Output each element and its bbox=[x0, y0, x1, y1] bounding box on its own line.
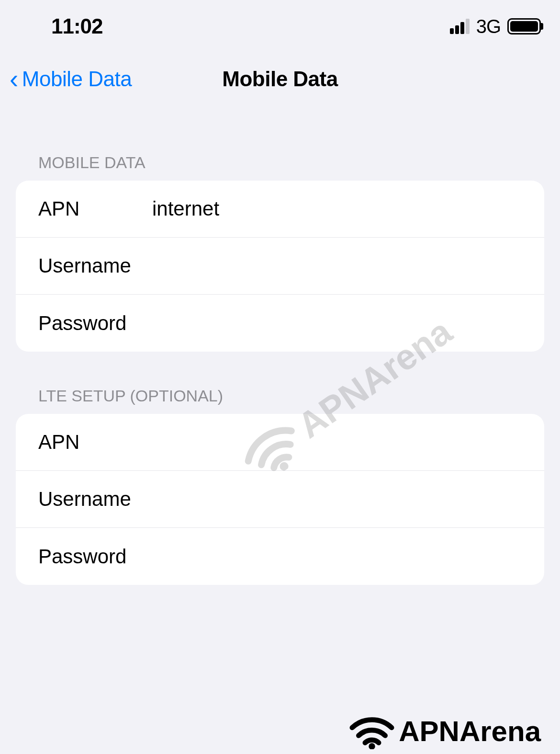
username-label: Username bbox=[38, 254, 152, 277]
lte-apn-label: APN bbox=[38, 431, 152, 454]
back-button[interactable]: ‹ Mobile Data bbox=[10, 66, 132, 92]
chevron-left-icon: ‹ bbox=[10, 66, 18, 92]
lte-apn-row[interactable]: APN bbox=[16, 414, 544, 471]
footer-brand-text: APNArena bbox=[399, 715, 541, 748]
lte-username-label: Username bbox=[38, 488, 152, 511]
password-label: Password bbox=[38, 312, 152, 335]
apn-label: APN bbox=[38, 197, 152, 220]
navigation-bar: ‹ Mobile Data Mobile Data bbox=[0, 53, 560, 105]
password-row[interactable]: Password bbox=[16, 295, 544, 352]
lte-username-field[interactable] bbox=[152, 488, 522, 511]
username-field[interactable] bbox=[152, 254, 522, 277]
lte-apn-field[interactable] bbox=[152, 431, 522, 454]
lte-password-row[interactable]: Password bbox=[16, 528, 544, 585]
page-title: Mobile Data bbox=[222, 67, 337, 91]
section-header-lte-setup: LTE SETUP (OPTIONAL) bbox=[16, 387, 544, 414]
battery-icon bbox=[507, 18, 541, 34]
status-bar: 11:02 3G bbox=[0, 0, 560, 53]
svg-point-1 bbox=[369, 743, 376, 749]
lte-password-label: Password bbox=[38, 545, 152, 568]
cellular-signal-icon bbox=[450, 19, 470, 34]
status-indicators: 3G bbox=[450, 16, 541, 37]
settings-group-mobile-data: APN Username Password bbox=[16, 181, 544, 352]
wifi-icon bbox=[348, 713, 396, 749]
username-row[interactable]: Username bbox=[16, 238, 544, 295]
lte-password-field[interactable] bbox=[152, 545, 522, 568]
apn-field[interactable] bbox=[152, 197, 522, 220]
footer-brand: APNArena bbox=[348, 713, 541, 749]
lte-username-row[interactable]: Username bbox=[16, 471, 544, 528]
section-header-mobile-data: MOBILE DATA bbox=[16, 153, 544, 181]
status-time: 11:02 bbox=[51, 14, 103, 38]
apn-row[interactable]: APN bbox=[16, 181, 544, 238]
password-field[interactable] bbox=[152, 312, 522, 335]
back-button-label: Mobile Data bbox=[22, 67, 132, 91]
settings-group-lte-setup: APN Username Password bbox=[16, 414, 544, 585]
network-type-label: 3G bbox=[476, 16, 501, 37]
